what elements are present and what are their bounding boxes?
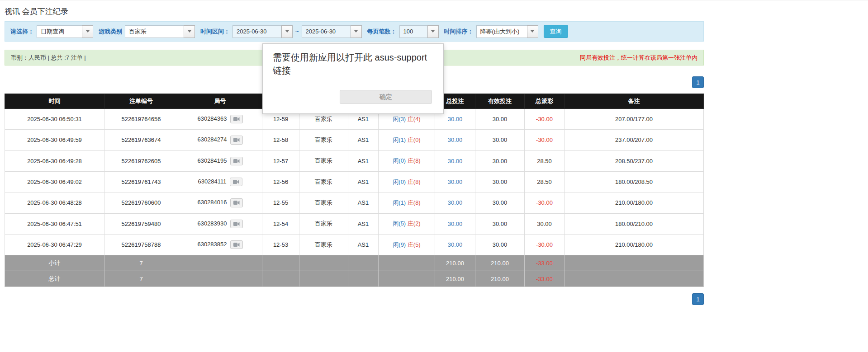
cell-table-no: 12-54 [262,213,299,234]
dialog-message: 需要使用新应用以打开此 asus-support 链接 [263,44,443,77]
video-replay-button[interactable] [230,157,243,165]
summary-total-bet: 210.00 [435,255,475,271]
cell-order-id: 522619761743 [104,171,178,192]
cell-valid-bet: 30.00 [475,171,525,192]
video-replay-button[interactable] [230,136,243,144]
summary-payout: -33.00 [525,271,564,287]
chevron-down-icon [86,30,90,33]
open-app-dialog: 需要使用新应用以打开此 asus-support 链接 确定 [262,43,444,114]
total-bet-link[interactable]: 30.00 [448,158,463,164]
player-result: 闲(0) [393,178,406,185]
game-type-input[interactable] [125,25,184,38]
column-header: 备注 [564,94,704,109]
video-replay-button[interactable] [230,115,243,123]
cell-platform: AS1 [348,192,379,213]
banker-result: 庄(5) [408,241,421,248]
cell-table-no: 12-53 [262,234,299,255]
banker-result: 庄(8) [408,178,421,185]
query-type-input[interactable] [37,25,82,38]
game-type-caret-button[interactable] [184,25,195,38]
round-id-text: 630284195 [197,157,227,164]
total-bet-link[interactable]: 30.00 [448,221,463,227]
cell-remark: 180.00/208.50 [564,171,704,192]
cell-game: 百家乐 [299,130,348,150]
player-result: 闲(9) [393,241,406,248]
cell-result: 闲(5) 庄(2) [379,213,435,234]
cell-time: 2025-06-30 06:48:28 [5,192,104,213]
date-range-label: 时间区间： [200,28,230,36]
summary-empty-cell [178,271,262,287]
video-replay-button[interactable] [230,178,242,186]
date-from-caret-button[interactable] [281,25,293,38]
cell-time: 2025-06-30 06:47:29 [5,234,104,255]
column-header: 时间 [5,94,104,109]
filter-bar: 请选择： 游戏类别 时间区间： ~ 每页笔数： [5,21,704,42]
currency-summary-text: 币别：人民币 | 总共 :7 注单 | [11,54,86,62]
cell-time: 2025-06-30 06:49:02 [5,171,104,192]
page-number-button[interactable]: 1 [692,293,704,305]
cell-game: 百家乐 [299,234,348,255]
total-bet-link[interactable]: 30.00 [448,116,463,122]
video-icon [233,242,240,249]
summary-empty-cell [178,255,262,271]
query-type-label: 请选择： [10,28,34,36]
date-from-combobox [232,25,293,38]
dialog-confirm-button[interactable]: 确定 [340,90,432,104]
query-type-combobox [37,25,93,38]
round-id-text: 630283852 [197,241,227,248]
cell-payout: -30.00 [525,234,564,255]
sort-order-input[interactable] [476,25,527,38]
cell-round-id: 630284274 [178,130,262,150]
round-id-text: 630284016 [197,199,227,206]
page-size-input[interactable] [399,25,427,38]
game-type-combobox [125,25,195,38]
total-bet-link[interactable]: 30.00 [448,199,463,206]
cell-order-id: 522619759480 [104,213,178,234]
cell-payout: 28.50 [525,171,564,192]
search-button[interactable]: 查询 [544,25,568,38]
cell-remark: 210.00/180.00 [564,192,704,213]
video-icon [233,158,240,165]
cell-payout: -30.00 [525,109,564,130]
sort-order-label: 时间排序： [444,28,474,36]
page-number-button[interactable]: 1 [692,76,704,88]
video-replay-button[interactable] [230,240,243,249]
column-header: 有效投注 [475,94,525,109]
bet-records-table: 时间注单编号局号总投注有效投注总派彩备注 2025-06-30 06:50:31… [5,94,704,287]
total-bet-link[interactable]: 30.00 [448,178,463,185]
date-to-caret-button[interactable] [351,25,362,38]
banker-result: 庄(8) [408,157,421,164]
sort-order-caret-button[interactable] [527,25,538,38]
cell-payout: 30.00 [525,213,564,234]
cell-table-no: 12-57 [262,150,299,171]
total-bet-link[interactable]: 30.00 [448,241,463,248]
table-row: 2025-06-30 06:49:28522619762605630284195… [5,150,704,171]
player-result: 闲(3) [393,116,406,122]
cell-round-id: 630284363 [178,109,262,130]
total-bet-link[interactable]: 30.00 [448,136,463,143]
cell-payout: 28.50 [525,150,564,171]
summary-empty-cell [379,255,435,271]
player-result: 闲(0) [393,157,406,164]
page-size-combobox [399,25,439,38]
cell-round-id: 630283852 [178,234,262,255]
cell-table-no: 12-56 [262,171,299,192]
cell-valid-bet: 30.00 [475,130,525,150]
date-to-input[interactable] [302,25,351,38]
query-type-caret-button[interactable] [82,25,93,38]
chevron-down-icon [188,30,191,33]
video-replay-button[interactable] [230,198,243,207]
banker-result: 庄(8) [408,199,421,206]
summary-empty-cell [262,255,299,271]
chevron-down-icon [431,30,435,33]
cell-valid-bet: 30.00 [475,192,525,213]
video-replay-button[interactable] [230,220,243,228]
cell-result: 闲(9) 庄(5) [379,234,435,255]
range-separator: ~ [295,28,299,35]
column-header: 总派彩 [525,94,564,109]
cell-payout: -30.00 [525,192,564,213]
page-size-caret-button[interactable] [427,25,439,38]
date-from-input[interactable] [232,25,281,38]
cell-valid-bet: 30.00 [475,150,525,171]
cell-order-id: 522619762605 [104,150,178,171]
